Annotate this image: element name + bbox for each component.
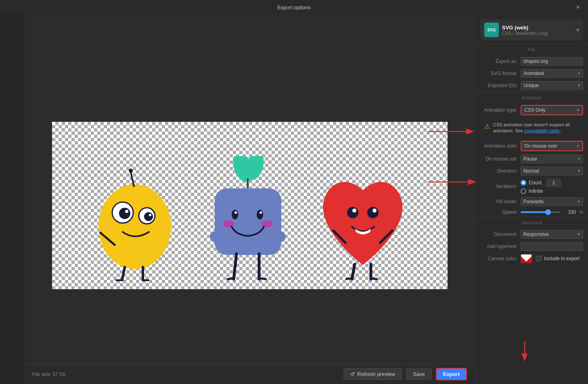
dialog-title: Export options xyxy=(277,4,311,10)
on-mouse-out-select[interactable]: Pause Stop Reverse xyxy=(521,154,583,163)
fill-mode-select[interactable]: Forwards Backwards Both None xyxy=(521,197,583,206)
direction-control: Normal Reverse Alternate xyxy=(521,167,583,175)
format-selector[interactable]: SVG SVG (web) CSS / JavaScript (.svg) ▾ xyxy=(480,19,583,40)
svg-point-32 xyxy=(367,207,379,218)
left-panel xyxy=(0,15,24,384)
svg-point-8 xyxy=(149,214,151,216)
right-panel: SVG SVG (web) CSS / JavaScript (.svg) ▾ … xyxy=(475,15,588,384)
direction-label: Direction: xyxy=(480,168,521,174)
fill-mode-control: Forwards Backwards Both None xyxy=(521,197,583,206)
exported-ids-select[interactable]: Unique Sequential xyxy=(521,81,583,90)
animation-start-row: Animation start: On mouse over Automatic… xyxy=(475,139,588,153)
add-hyperlink-label: Add hyperlink: xyxy=(480,244,521,249)
canvas-content xyxy=(52,122,448,289)
refresh-preview-button[interactable]: ↺ Refresh preview xyxy=(343,368,402,380)
on-mouse-out-label: On mouse out: xyxy=(480,156,521,162)
direction-row: Direction: Normal Reverse Alternate xyxy=(475,165,588,177)
speed-slider-wrap: 100 % xyxy=(521,209,583,215)
export-button[interactable]: Export xyxy=(436,368,467,380)
add-hyperlink-control xyxy=(521,242,583,251)
svg-point-5 xyxy=(125,210,128,213)
animation-type-control: CSS Only SMIL JavaScript xyxy=(521,105,583,115)
compatibility-link[interactable]: compatibility table. xyxy=(524,128,561,133)
animation-start-label: Animation start: xyxy=(480,143,521,149)
warning-box: ⚠ CSS animation type doesn't support all… xyxy=(480,119,583,138)
animation-start-select[interactable]: On mouse over Automatic On click xyxy=(521,142,582,150)
export-as-input[interactable] xyxy=(521,57,583,66)
exported-ids-control: Unique Sequential xyxy=(521,81,583,90)
warning-text: CSS animation type doesn't support all a… xyxy=(493,122,579,134)
title-bar: Export options × xyxy=(0,0,588,15)
svg-line-36 xyxy=(352,264,355,279)
canvas-area xyxy=(24,15,475,364)
exported-ids-row: Exported IDs: Unique Sequential xyxy=(475,79,588,92)
svg-point-20 xyxy=(257,210,263,219)
svg-line-39 xyxy=(371,278,377,279)
svg-point-33 xyxy=(372,209,377,213)
infinite-label: Infinite xyxy=(529,188,543,194)
animation-type-select[interactable]: CSS Only SMIL JavaScript xyxy=(521,106,582,115)
svg-line-27 xyxy=(228,278,234,279)
status-actions: ↺ Refresh preview Save Export xyxy=(343,368,467,380)
format-icon: SVG xyxy=(484,23,499,37)
on-mouse-out-control: Pause Stop Reverse xyxy=(521,154,583,163)
heart-character xyxy=(316,164,409,281)
refresh-label: Refresh preview xyxy=(357,371,395,377)
svg-point-18 xyxy=(232,210,238,219)
document-label: Document: xyxy=(480,232,521,237)
speed-unit: % xyxy=(579,210,583,215)
export-as-label: Export as: xyxy=(480,58,521,64)
include-export-checkbox[interactable] xyxy=(536,256,542,261)
canvas-color-swatch[interactable] xyxy=(521,254,532,263)
radio-inner xyxy=(522,182,525,184)
exported-ids-label: Exported IDs: xyxy=(480,83,521,88)
speed-thumb[interactable] xyxy=(545,209,551,215)
svg-line-29 xyxy=(259,278,266,279)
svg-point-0 xyxy=(98,184,171,269)
document-section-label: Document xyxy=(475,217,588,227)
chevron-down-icon: ▾ xyxy=(576,27,579,33)
iterations-count-item[interactable]: Count xyxy=(521,179,583,187)
svg-point-4 xyxy=(119,208,130,219)
pear-character xyxy=(90,160,179,281)
svg-format-control: Animated Static xyxy=(521,69,583,78)
svg-point-25 xyxy=(273,231,286,242)
svg-line-1 xyxy=(131,172,134,186)
file-section-label: File xyxy=(475,44,588,54)
close-button[interactable]: × xyxy=(574,4,582,11)
save-button[interactable]: Save xyxy=(406,368,432,380)
count-radio[interactable] xyxy=(521,180,526,186)
animation-section-label: Animation xyxy=(475,92,588,102)
blue-square-character xyxy=(207,156,288,281)
svg-format-select[interactable]: Animated Static xyxy=(521,69,583,78)
add-hyperlink-row: Add hyperlink: xyxy=(475,240,588,253)
document-row: Document: Responsive Fixed xyxy=(475,228,588,240)
iterations-infinite-item[interactable]: Infinite xyxy=(521,188,583,194)
svg-line-26 xyxy=(234,254,236,279)
count-label: Count xyxy=(529,180,542,186)
iterations-control: Count Infinite xyxy=(521,179,583,194)
format-info: SVG (web) CSS / JavaScript (.svg) xyxy=(502,25,573,35)
document-select[interactable]: Responsive Fixed xyxy=(521,230,583,239)
infinite-radio[interactable] xyxy=(521,188,526,194)
hyperlink-input[interactable] xyxy=(521,242,583,251)
svg-line-10 xyxy=(122,267,125,281)
iterations-radio-group: Count Infinite xyxy=(521,179,583,194)
canvas-color-label: Canvas color: xyxy=(480,256,521,261)
illustration xyxy=(52,122,448,289)
speed-slider[interactable] xyxy=(521,211,560,213)
svg-point-2 xyxy=(129,169,133,173)
export-as-control xyxy=(521,57,583,66)
speed-label: Speed: xyxy=(480,209,521,215)
document-control: Responsive Fixed xyxy=(521,230,583,239)
file-size: File size: 57 Kb xyxy=(32,371,65,377)
iterations-label: Iterations: xyxy=(480,184,521,189)
warning-icon: ⚠ xyxy=(484,122,490,131)
fill-mode-label: Fill mode: xyxy=(480,199,521,205)
speed-value: 100 xyxy=(563,209,576,215)
include-in-export-toggle[interactable]: Include in export xyxy=(536,256,580,261)
refresh-icon: ↺ xyxy=(350,371,355,377)
format-name: SVG (web) xyxy=(502,25,573,31)
count-input[interactable] xyxy=(546,179,561,187)
direction-select[interactable]: Normal Reverse Alternate xyxy=(521,167,583,175)
